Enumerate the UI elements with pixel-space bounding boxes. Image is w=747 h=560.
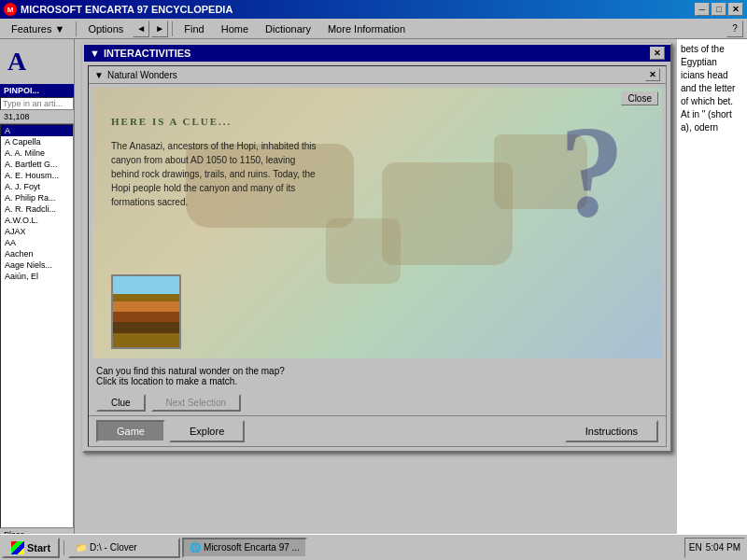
minimize-button[interactable]: ─ xyxy=(695,3,710,16)
menu-separator-1 xyxy=(76,21,77,36)
right-text-panel: bets of the Egyptian icians head and the… xyxy=(677,39,747,541)
map-prompt: Can you find this natural wonder on the … xyxy=(89,362,666,390)
dialog-outer-expand-icon[interactable]: ▼ xyxy=(90,48,100,59)
features-menu[interactable]: Features ▼ xyxy=(4,21,72,36)
start-label: Start xyxy=(27,542,50,553)
taskbar-separator xyxy=(63,540,64,555)
title-bar: M MICROSOFT ENCARTA 97 ENCYCLOPEDIA ─ □ … xyxy=(0,0,747,19)
next-selection-button[interactable]: Next Selection xyxy=(151,394,241,412)
dialog-inner-close-button[interactable]: ✕ xyxy=(645,68,660,81)
language-indicator: EN xyxy=(689,542,702,553)
forward-button[interactable]: ► xyxy=(151,21,168,37)
back-button[interactable]: ◄ xyxy=(133,21,149,37)
prompt-line2: Click its location to make a match. xyxy=(96,376,658,386)
list-item[interactable]: A. A. Milne xyxy=(1,147,73,159)
list-item[interactable]: AJAX xyxy=(1,226,73,237)
list-item[interactable]: A. R. Radcli... xyxy=(1,203,73,215)
taskbar-clover-button[interactable]: 📁 D:\ - Clover xyxy=(68,538,180,558)
map-background: ? Close HERE IS A CLUE... The Anasazi, a… xyxy=(92,88,662,358)
windows-logo-icon xyxy=(11,541,24,554)
list-item[interactable]: Aachen xyxy=(1,248,73,259)
prompt-line1: Can you find this natural wonder on the … xyxy=(96,366,658,376)
game-tab[interactable]: Game xyxy=(96,420,165,442)
interactivities-dialog: ▼ INTERACTIVITIES ✕ ▼ Natural Wonders ✕ xyxy=(82,43,672,453)
list-item[interactable]: A. Philip Ra... xyxy=(1,192,73,203)
list-item[interactable]: A.W.O.L. xyxy=(1,215,73,226)
clover-label: D:\ - Clover xyxy=(90,542,137,553)
dictionary-menu[interactable]: Dictionary xyxy=(258,21,318,36)
options-menu[interactable]: Options xyxy=(80,21,131,36)
canyon-thumbnail xyxy=(111,274,181,349)
question-mark-icon: ? xyxy=(559,106,625,237)
dialog-inner-expand-icon[interactable]: ▼ xyxy=(94,70,104,80)
main-area: A PINPOI... 31,108 A A Capella A. A. Mil… xyxy=(0,39,747,541)
clue-heading: HERE IS A CLUE... xyxy=(111,116,232,127)
action-buttons-row: Clue Next Selection xyxy=(89,390,666,415)
sidebar-letter: A xyxy=(0,39,74,84)
dialog-inner-title-label: Natural Wonders xyxy=(107,70,177,80)
taskbar: Start 📁 D:\ - Clover 🌐 Microsoft Encarta… xyxy=(0,534,747,560)
dialog-outer-title-bar[interactable]: ▼ INTERACTIVITIES ✕ xyxy=(84,45,670,62)
list-item[interactable]: Aaiún, El xyxy=(1,271,73,282)
tab-bar: Game Explore Instructions xyxy=(89,415,666,446)
explore-tab[interactable]: Explore xyxy=(169,420,245,442)
taskbar-encarta-button[interactable]: 🌐 Microsoft Encarta 97 ... xyxy=(182,538,307,558)
list-item[interactable]: A xyxy=(1,125,73,136)
sidebar: A PINPOI... 31,108 A A Capella A. A. Mil… xyxy=(0,39,75,541)
list-item[interactable]: AA xyxy=(1,237,73,248)
menu-bar: Features ▼ Options ◄ ► Find Home Diction… xyxy=(0,19,747,39)
right-text-content: bets of the Egyptian icians head and the… xyxy=(681,44,735,133)
canyon-image xyxy=(113,276,179,347)
close-window-button[interactable]: ✕ xyxy=(728,3,743,16)
list-item[interactable]: Aage Niels... xyxy=(1,259,73,271)
instructions-tab[interactable]: Instructions xyxy=(565,420,658,442)
pinpoint-header: PINPOI... xyxy=(0,84,74,97)
search-input[interactable] xyxy=(0,97,74,110)
article-list[interactable]: A A Capella A. A. Milne A. Bartlett G...… xyxy=(0,124,74,528)
app-title: MICROSOFT ENCARTA 97 ENCYCLOPEDIA xyxy=(21,4,233,15)
dialog-outer-title-label: INTERACTIVITIES xyxy=(104,48,191,59)
encarta-icon: 🌐 xyxy=(190,542,201,553)
find-menu[interactable]: Find xyxy=(176,21,211,36)
list-item[interactable]: A. Bartlett G... xyxy=(1,159,73,170)
maximize-button[interactable]: □ xyxy=(712,3,726,16)
article-count: 31,108 xyxy=(0,110,74,124)
content-area: ▼ INTERACTIVITIES ✕ ▼ Natural Wonders ✕ xyxy=(75,39,747,541)
menu-separator-2 xyxy=(172,21,173,36)
list-item[interactable]: A Capella xyxy=(1,136,73,147)
help-button[interactable]: ? xyxy=(726,21,743,37)
natural-wonders-dialog: ▼ Natural Wonders ✕ ? Close xyxy=(88,65,667,447)
map-container[interactable]: ? Close HERE IS A CLUE... The Anasazi, a… xyxy=(92,88,662,358)
folder-icon: 📁 xyxy=(76,542,87,553)
encarta-label: Microsoft Encarta 97 ... xyxy=(204,542,300,553)
app-icon: M xyxy=(4,3,17,16)
start-button[interactable]: Start xyxy=(2,538,60,558)
list-item[interactable]: A. E. Housm... xyxy=(1,170,73,181)
clue-button[interactable]: Clue xyxy=(96,394,146,412)
clue-body-text: The Anasazi, ancestors of the Hopi, inha… xyxy=(111,139,317,209)
dialog-outer-close-button[interactable]: ✕ xyxy=(650,47,665,60)
dialog-inner-title-bar[interactable]: ▼ Natural Wonders ✕ xyxy=(89,66,666,84)
more-information-menu[interactable]: More Information xyxy=(320,21,413,36)
home-menu[interactable]: Home xyxy=(214,21,256,36)
list-item[interactable]: A. J. Foyt xyxy=(1,181,73,192)
map-close-button[interactable]: Close xyxy=(621,91,658,105)
clock: 5:04 PM xyxy=(706,542,740,553)
system-tray: EN 5:04 PM xyxy=(684,538,745,558)
